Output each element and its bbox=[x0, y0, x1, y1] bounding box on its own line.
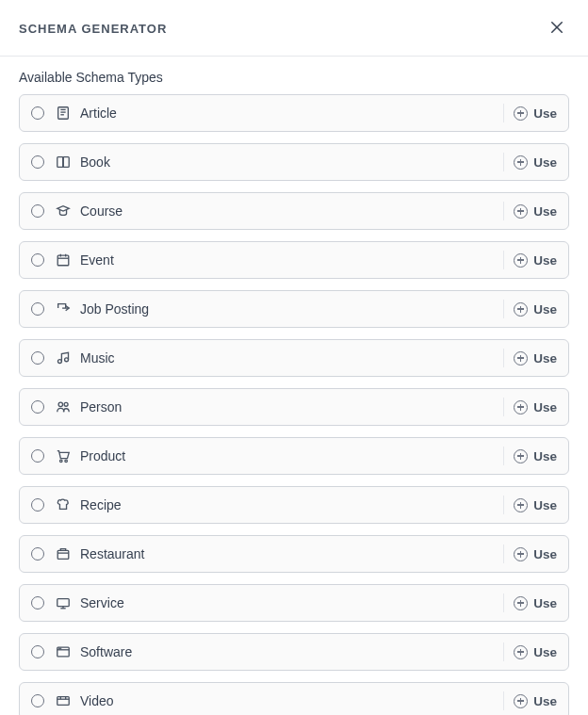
recipe-icon bbox=[56, 497, 71, 512]
use-label: Use bbox=[533, 204, 557, 219]
item-label: Course bbox=[80, 203, 503, 219]
list-item: SoftwareUse bbox=[19, 633, 569, 671]
event-icon bbox=[56, 252, 71, 268]
list-item: CourseUse bbox=[19, 192, 569, 230]
header: SCHEMA GENERATOR bbox=[0, 0, 588, 57]
plus-circle-icon bbox=[514, 498, 528, 512]
use-label: Use bbox=[533, 694, 557, 708]
divider bbox=[503, 496, 504, 514]
plus-circle-icon bbox=[514, 596, 528, 610]
radio-button[interactable] bbox=[31, 351, 44, 365]
radio-button[interactable] bbox=[31, 400, 44, 414]
plus-circle-icon bbox=[514, 204, 528, 219]
plus-circle-icon bbox=[514, 547, 528, 561]
use-button[interactable]: Use bbox=[514, 645, 557, 659]
radio-button[interactable] bbox=[31, 253, 44, 267]
item-label: Person bbox=[80, 399, 503, 414]
plus-circle-icon bbox=[514, 694, 528, 708]
use-button[interactable]: Use bbox=[514, 449, 557, 463]
use-label: Use bbox=[533, 106, 557, 121]
divider bbox=[503, 300, 504, 318]
schema-type-list: ArticleUseBookUseCourseUseEventUseJob Po… bbox=[0, 94, 588, 715]
course-icon bbox=[56, 203, 71, 219]
radio-button[interactable] bbox=[31, 204, 44, 218]
use-button[interactable]: Use bbox=[514, 547, 557, 561]
radio-button[interactable] bbox=[31, 694, 44, 707]
plus-circle-icon bbox=[514, 106, 528, 121]
item-label: Product bbox=[80, 448, 503, 463]
list-item: Job PostingUse bbox=[19, 290, 569, 328]
item-label: Book bbox=[80, 154, 503, 170]
software-icon bbox=[56, 644, 71, 659]
divider bbox=[503, 349, 504, 367]
list-item: ArticleUse bbox=[19, 94, 569, 132]
use-button[interactable]: Use bbox=[514, 302, 557, 317]
divider bbox=[503, 593, 504, 612]
use-label: Use bbox=[533, 302, 557, 317]
product-icon bbox=[56, 448, 71, 463]
divider bbox=[503, 398, 504, 416]
radio-button[interactable] bbox=[31, 449, 44, 463]
divider bbox=[503, 153, 504, 171]
use-label: Use bbox=[533, 596, 557, 610]
item-label: Event bbox=[80, 252, 503, 268]
music-icon bbox=[56, 350, 71, 366]
divider bbox=[503, 251, 504, 269]
plus-circle-icon bbox=[514, 645, 528, 659]
list-item: ProductUse bbox=[19, 437, 569, 475]
use-label: Use bbox=[533, 351, 557, 366]
divider bbox=[503, 104, 504, 122]
list-item: EventUse bbox=[19, 241, 569, 279]
plus-circle-icon bbox=[514, 449, 528, 463]
list-item: MusicUse bbox=[19, 339, 569, 377]
plus-circle-icon bbox=[514, 302, 528, 317]
divider bbox=[503, 642, 504, 661]
radio-button[interactable] bbox=[31, 155, 44, 169]
use-button[interactable]: Use bbox=[514, 155, 557, 170]
radio-button[interactable] bbox=[31, 547, 44, 561]
use-button[interactable]: Use bbox=[514, 498, 557, 512]
use-label: Use bbox=[533, 155, 557, 170]
person-icon bbox=[56, 399, 71, 414]
use-label: Use bbox=[533, 449, 557, 463]
item-label: Service bbox=[80, 595, 503, 610]
plus-circle-icon bbox=[514, 155, 528, 170]
divider bbox=[503, 691, 504, 710]
divider bbox=[503, 447, 504, 465]
plus-circle-icon bbox=[514, 351, 528, 366]
page-title: SCHEMA GENERATOR bbox=[19, 22, 167, 36]
use-button[interactable]: Use bbox=[514, 204, 557, 219]
radio-button[interactable] bbox=[31, 106, 44, 120]
item-label: Music bbox=[80, 350, 503, 366]
video-icon bbox=[56, 693, 71, 708]
divider bbox=[503, 544, 504, 563]
use-button[interactable]: Use bbox=[514, 106, 557, 121]
radio-button[interactable] bbox=[31, 302, 44, 316]
use-button[interactable]: Use bbox=[514, 694, 557, 708]
use-label: Use bbox=[533, 498, 557, 512]
plus-circle-icon bbox=[514, 400, 528, 414]
restaurant-icon bbox=[56, 546, 71, 561]
use-button[interactable]: Use bbox=[514, 596, 557, 610]
plus-circle-icon bbox=[514, 253, 528, 268]
item-label: Recipe bbox=[80, 497, 503, 512]
radio-button[interactable] bbox=[31, 498, 44, 512]
close-button[interactable] bbox=[545, 15, 569, 42]
close-icon bbox=[548, 19, 565, 39]
item-label: Software bbox=[80, 644, 503, 659]
use-label: Use bbox=[533, 400, 557, 414]
radio-button[interactable] bbox=[31, 596, 44, 609]
list-item: VideoUse bbox=[19, 682, 569, 715]
section-subtitle: Available Schema Types bbox=[0, 57, 588, 94]
radio-button[interactable] bbox=[31, 645, 44, 658]
item-label: Restaurant bbox=[80, 546, 503, 561]
use-label: Use bbox=[533, 645, 557, 659]
use-button[interactable]: Use bbox=[514, 351, 557, 366]
use-label: Use bbox=[533, 547, 557, 561]
use-label: Use bbox=[533, 253, 557, 268]
use-button[interactable]: Use bbox=[514, 253, 557, 268]
use-button[interactable]: Use bbox=[514, 400, 557, 414]
list-item: PersonUse bbox=[19, 388, 569, 426]
list-item: BookUse bbox=[19, 143, 569, 181]
book-icon bbox=[56, 154, 71, 170]
